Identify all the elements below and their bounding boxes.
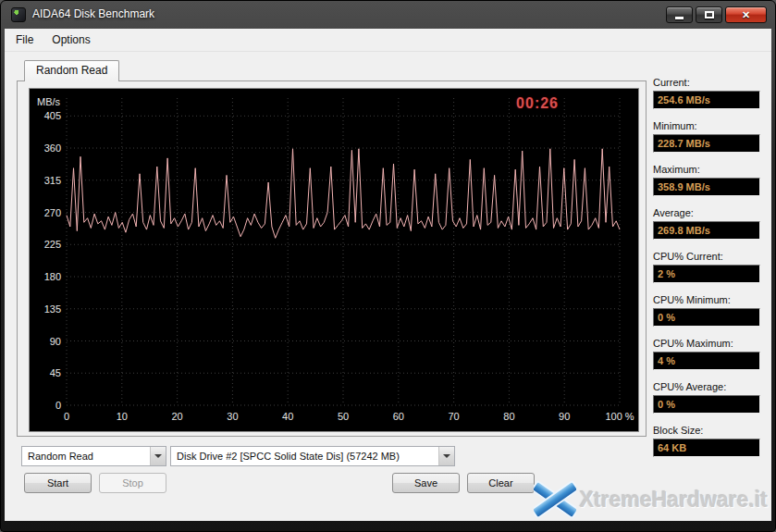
chevron-down-icon [438,447,454,465]
svg-text:135: 135 [44,303,61,315]
benchmark-chart: 4053603152702251801359045001020304050607… [30,89,638,431]
tab-random-read[interactable]: Random Read [24,60,119,81]
svg-text:100 %: 100 % [605,411,634,422]
stat-row: CPU% Maximum: 4 % [653,338,760,370]
menu-bar: File Options [5,29,771,52]
drive-select-value: Disk Drive #2 [SPCC Solid State Dis] (57… [171,451,438,462]
stat-value: 269.8 MB/s [653,221,760,240]
close-button[interactable]: ✕ [725,6,767,23]
watermark-text: XtremeHardware.it [580,488,768,513]
chart-panel: 4053603152702251801359045001020304050607… [29,88,639,432]
maximize-icon [705,11,714,19]
svg-text:10: 10 [117,411,128,422]
stat-value: 64 KB [653,439,760,457]
menu-item-options[interactable]: Options [44,30,97,50]
app-window: AIDA64 Disk Benchmark ✕ File Options Ran… [0,0,776,532]
stop-button[interactable]: Stop [99,473,166,493]
stat-label: CPU% Current: [653,251,760,262]
caption-buttons: ✕ [666,6,767,23]
svg-text:60: 60 [393,411,404,422]
watermark: XtremeHardware.it [534,480,768,519]
svg-text:90: 90 [559,411,570,422]
svg-text:315: 315 [44,175,61,186]
maximize-button[interactable] [696,6,722,23]
test-type-value: Random Read [22,451,150,462]
stat-label: CPU% Maximum: [653,338,760,349]
svg-text:30: 30 [227,411,238,422]
stat-row: CPU% Minimum: 0 % [653,294,760,327]
svg-text:80: 80 [503,411,514,422]
stat-row: Current: 254.6 MB/s [653,77,760,109]
menu-item-file[interactable]: File [8,30,41,50]
svg-text:0: 0 [64,411,69,422]
test-type-select[interactable]: Random Read [21,446,166,466]
stat-row: Block Size: 64 KB [653,425,760,457]
svg-text:180: 180 [44,271,61,282]
svg-text:360: 360 [44,142,61,154]
watermark-logo-icon [534,480,576,519]
stat-label: Maximum: [653,164,760,175]
window-body: File Options Random Read 405360315270225… [5,29,771,521]
stat-row: CPU% Current: 2 % [653,251,760,283]
window-title: AIDA64 Disk Benchmark [32,7,154,20]
stat-value: 254.6 MB/s [653,91,760,109]
close-icon: ✕ [742,10,750,20]
stat-value: 228.7 MB/s [653,134,760,153]
app-icon [11,7,26,22]
stat-value: 2 % [653,265,760,283]
svg-text:20: 20 [171,411,182,422]
svg-text:225: 225 [44,239,61,250]
stat-label: Average: [653,207,760,218]
stats-panel: Current: 254.6 MB/s Minimum: 228.7 MB/s … [653,77,760,468]
svg-text:0: 0 [55,400,61,411]
start-button[interactable]: Start [24,473,92,493]
svg-text:405: 405 [44,110,61,121]
minimize-icon [675,17,684,19]
svg-text:50: 50 [338,411,349,422]
stat-row: Maximum: 358.9 MB/s [653,164,760,196]
stat-label: CPU% Average: [653,381,760,392]
minimize-button[interactable] [666,6,693,23]
stat-label: Current: [653,77,760,88]
titlebar[interactable]: AIDA64 Disk Benchmark ✕ [1,1,775,29]
chevron-down-icon [150,447,166,465]
svg-text:40: 40 [282,411,293,422]
svg-text:90: 90 [50,336,61,347]
chart-timer: 00:26 [516,95,559,112]
svg-text:MB/s: MB/s [37,96,61,107]
stat-label: Block Size: [653,425,760,436]
stat-row: Minimum: 228.7 MB/s [653,120,760,153]
stat-label: Minimum: [653,120,760,131]
svg-text:70: 70 [448,411,459,422]
stat-value: 358.9 MB/s [653,178,760,196]
stat-row: Average: 269.8 MB/s [653,207,760,240]
save-button[interactable]: Save [392,473,460,493]
stat-label: CPU% Minimum: [653,294,760,305]
stat-row: CPU% Average: 0 % [653,381,760,414]
drive-select[interactable]: Disk Drive #2 [SPCC Solid State Dis] (57… [170,446,455,466]
tab-page: 4053603152702251801359045001020304050607… [17,80,647,437]
stat-value: 0 % [653,308,760,327]
svg-text:45: 45 [50,367,61,378]
stat-value: 0 % [653,395,760,414]
stat-value: 4 % [653,352,760,370]
clear-button[interactable]: Clear [467,473,535,493]
svg-text:270: 270 [44,207,61,218]
